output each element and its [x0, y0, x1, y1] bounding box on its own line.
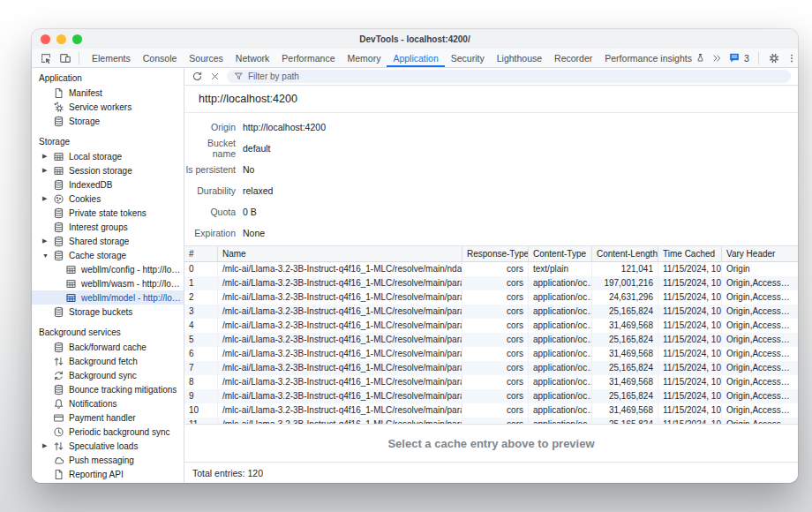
tab-sources[interactable]: Sources — [183, 49, 229, 67]
delete-selected-icon[interactable] — [210, 72, 220, 81]
table-row[interactable]: 7/mlc-ai/Llama-3.2-3B-Instruct-q4f16_1-M… — [184, 361, 798, 375]
close-button[interactable] — [41, 34, 50, 44]
table-icon — [65, 264, 77, 275]
sidebar-item-label: Background sync — [69, 371, 184, 380]
sidebar-item-label: Background fetch — [69, 357, 184, 366]
sidebar-item-webllm-config-http-loc[interactable]: webllm/config - http://loc… — [32, 262, 184, 276]
sidebar-item-back-forward-cache[interactable]: Back/forward cache — [32, 340, 184, 354]
tab-security[interactable]: Security — [445, 49, 491, 67]
table-row[interactable]: 3/mlc-ai/Llama-3.2-3B-Instruct-q4f16_1-M… — [184, 305, 798, 319]
sidebar-item-manifest[interactable]: Manifest — [32, 86, 184, 100]
sidebar-item-local-storage[interactable]: Local storage — [32, 149, 184, 163]
sidebar-item-indexeddb[interactable]: IndexedDB — [32, 177, 184, 192]
table-cell: cors — [462, 375, 529, 389]
sidebar-item-push-messaging[interactable]: Push messaging — [32, 453, 184, 467]
tab-elements[interactable]: Elements — [86, 49, 137, 67]
sidebar-item-storage-buckets[interactable]: Storage buckets — [32, 305, 184, 319]
column-header-[interactable]: # — [184, 246, 218, 261]
table-cell: Origin,Access… — [722, 347, 798, 361]
cache-toolbar: Filter by path — [184, 68, 798, 86]
sidebar-item-cookies[interactable]: Cookies — [32, 192, 184, 206]
column-header-response-type[interactable]: Response-Type — [462, 246, 529, 261]
table-cell: 0 — [184, 262, 218, 276]
filter-by-path-input[interactable]: Filter by path — [227, 70, 791, 83]
tab-performance-insights[interactable]: Performance insights — [598, 49, 711, 67]
chevron-right-icon[interactable] — [42, 439, 47, 453]
sidebar-item-private-state-tokens[interactable]: Private state tokens — [32, 206, 184, 220]
sidebar-item-webllm-model-http-loc[interactable]: webllm/model - http://loc… — [32, 290, 184, 305]
column-header-content-type[interactable]: Content-Type — [529, 246, 592, 261]
sidebar-item-webllm-wasm-http-loca[interactable]: webllm/wasm - http://loca… — [32, 276, 184, 290]
table-cell: application/oc… — [529, 333, 592, 347]
tab-recorder[interactable]: Recorder — [548, 49, 598, 67]
table-row[interactable]: 5/mlc-ai/Llama-3.2-3B-Instruct-q4f16_1-M… — [184, 333, 798, 347]
sidebar-item-bounce-tracking-mitigations[interactable]: Bounce tracking mitigations — [32, 382, 184, 396]
sidebar-section-background-services: Background servicesBack/forward cacheBac… — [32, 326, 184, 481]
sidebar-item-payment-handler[interactable]: Payment handler — [32, 410, 184, 425]
tab-console[interactable]: Console — [137, 49, 184, 67]
tab-performance[interactable]: Performance — [275, 49, 341, 67]
grid-body[interactable]: 0/mlc-ai/Llama-3.2-3B-Instruct-q4f16_1-M… — [184, 262, 798, 424]
sidebar-item-background-fetch[interactable]: Background fetch — [32, 354, 184, 368]
table-row[interactable]: 0/mlc-ai/Llama-3.2-3B-Instruct-q4f16_1-M… — [184, 262, 798, 276]
table-row[interactable]: 11/mlc-ai/Llama-3.2-3B-Instruct-q4f16_1-… — [184, 418, 798, 424]
table-cell: application/oc… — [529, 276, 592, 290]
bucket-metadata: Originhttp://localhost:4200Bucket namede… — [184, 113, 798, 245]
table-row[interactable]: 4/mlc-ai/Llama-3.2-3B-Instruct-q4f16_1-M… — [184, 319, 798, 333]
sidebar-item-session-storage[interactable]: Session storage — [32, 163, 184, 177]
column-header-content-length[interactable]: Content-Length — [592, 246, 658, 261]
sidebar-item-background-sync[interactable]: Background sync — [32, 368, 184, 382]
metadata-value: 0 B — [243, 207, 257, 217]
table-cell: 11/15/2024, 10… — [658, 276, 722, 290]
chevron-down-icon[interactable] — [42, 248, 49, 262]
table-row[interactable]: 10/mlc-ai/Llama-3.2-3B-Instruct-q4f16_1-… — [184, 403, 798, 418]
chevron-right-icon[interactable] — [42, 234, 47, 248]
table-cell: cors — [462, 319, 529, 333]
more-tabs-icon[interactable] — [711, 53, 722, 64]
table-row[interactable]: 8/mlc-ai/Llama-3.2-3B-Instruct-q4f16_1-M… — [184, 375, 798, 389]
zoom-button[interactable] — [72, 34, 82, 44]
device-toolbar-icon[interactable] — [56, 50, 74, 66]
chevron-right-icon[interactable] — [42, 192, 47, 206]
kebab-menu-icon[interactable] — [786, 52, 797, 64]
table-cell: Origin,Access… — [722, 276, 798, 290]
table-row[interactable]: 6/mlc-ai/Llama-3.2-3B-Instruct-q4f16_1-M… — [184, 347, 798, 361]
table-cell: Origin,Access… — [722, 403, 798, 418]
tab-lighthouse[interactable]: Lighthouse — [491, 49, 548, 67]
column-header-time-cached[interactable]: Time Cached — [658, 246, 722, 261]
database-icon — [53, 236, 64, 247]
column-header-name[interactable]: Name — [218, 246, 462, 261]
table-cell: cors — [462, 290, 529, 305]
table-row[interactable]: 2/mlc-ai/Llama-3.2-3B-Instruct-q4f16_1-M… — [184, 290, 798, 305]
sidebar-item-periodic-background-sync[interactable]: Periodic background sync — [32, 425, 184, 439]
sidebar-item-interest-groups[interactable]: Interest groups — [32, 220, 184, 234]
table-row[interactable]: 1/mlc-ai/Llama-3.2-3B-Instruct-q4f16_1-M… — [184, 276, 798, 290]
metadata-key: Origin — [184, 122, 236, 132]
tab-memory[interactable]: Memory — [341, 49, 387, 67]
grid-header-row[interactable]: #NameResponse-TypeContent-TypeContent-Le… — [184, 246, 798, 262]
chevron-right-icon[interactable] — [42, 149, 47, 163]
issues-counter[interactable]: 3 — [728, 52, 749, 64]
table-cell: /mlc-ai/Llama-3.2-3B-Instruct-q4f16_1-ML… — [218, 389, 462, 403]
chevron-right-icon[interactable] — [42, 163, 47, 177]
table-icon — [65, 278, 77, 290]
table-cell: /mlc-ai/Llama-3.2-3B-Instruct-q4f16_1-ML… — [218, 403, 462, 418]
tab-network[interactable]: Network — [229, 49, 276, 67]
table-row[interactable]: 9/mlc-ai/Llama-3.2-3B-Instruct-q4f16_1-M… — [184, 389, 798, 403]
minimize-button[interactable] — [56, 34, 66, 44]
sidebar-item-service-workers[interactable]: Service workers — [32, 100, 184, 114]
column-header-vary-header[interactable]: Vary Header — [722, 246, 798, 261]
metadata-key: Durability — [184, 185, 236, 196]
sidebar-item-label: Periodic background sync — [69, 427, 184, 437]
sidebar-item-storage[interactable]: Storage — [32, 114, 184, 128]
sidebar-item-cache-storage[interactable]: Cache storage — [32, 248, 184, 262]
settings-gear-icon[interactable] — [768, 52, 780, 64]
flask-icon — [695, 53, 705, 63]
sidebar-item-shared-storage[interactable]: Shared storage — [32, 234, 184, 248]
sidebar-item-speculative-loads[interactable]: Speculative loads — [32, 439, 184, 453]
sidebar-item-notifications[interactable]: Notifications — [32, 396, 184, 410]
inspect-icon[interactable] — [37, 50, 55, 66]
sidebar-item-reporting-api[interactable]: Reporting API — [32, 467, 184, 481]
refresh-icon[interactable] — [192, 71, 203, 82]
tab-application[interactable]: Application — [387, 49, 444, 67]
